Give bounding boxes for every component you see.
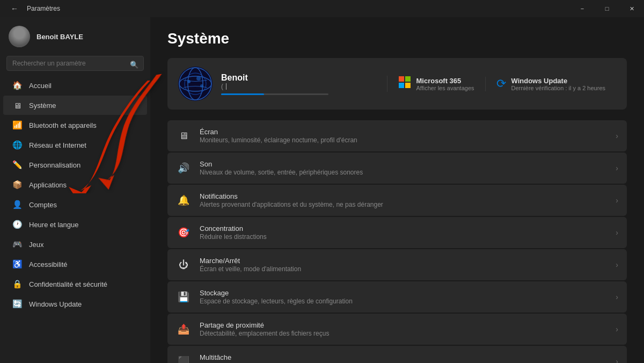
svg-rect-8 [399,76,404,82]
marche_arret-desc: Écran et veille, mode d'alimentation [200,265,607,273]
multitache-chevron: › [616,357,618,363]
settings-item-ecran[interactable]: 🖥 Écran Moniteurs, luminosité, éclairage… [167,120,627,151]
stockage-icon: 💾 [176,289,191,304]
titlebar: ← Paramètres − □ ✕ [0,0,644,17]
user-avatar [178,67,213,101]
svg-point-6 [196,76,201,81]
user-name: Benoit [221,73,378,83]
jeux-icon: 🎮 [12,239,23,250]
notifications-title: Notifications [200,192,607,200]
comptes-icon: 👤 [12,199,23,210]
profile-name: Benoit BAYLE [36,33,83,41]
back-icon[interactable]: ← [6,2,23,15]
sidebar-item-bluetooth[interactable]: 📶 Bluetooth et appareils [3,115,147,135]
sidebar-item-label: Windows Update [29,300,82,308]
sidebar-item-label: Bluetooth et appareils [29,121,97,129]
sidebar-item-label: Confidentialité et sécurité [29,280,107,288]
svg-rect-11 [405,83,411,88]
svg-rect-9 [405,76,411,82]
stockage-title: Stockage [200,289,607,297]
search-icon: 🔍 [130,61,138,69]
sidebar-item-accessibilite[interactable]: ♿ Accessibilité [3,255,147,274]
sidebar-item-label: Réseau et Internet [29,141,86,149]
svg-rect-10 [399,83,404,88]
content-area: Système Benoit [150,17,644,363]
sidebar-item-applications[interactable]: 📦 Applications [3,175,147,194]
confidentialite-icon: 🔒 [12,279,23,289]
windows_update-icon: 🔄 [12,299,23,309]
concentration-title: Concentration [200,224,607,233]
sidebar-item-jeux[interactable]: 🎮 Jeux [3,235,147,254]
stockage-chevron: › [616,293,618,301]
son-title: Son [200,160,607,168]
sidebar-item-heure[interactable]: 🕐 Heure et langue [3,215,147,234]
close-button[interactable]: ✕ [619,0,644,17]
avatar [9,26,30,47]
sidebar-item-confidentialite[interactable]: 🔒 Confidentialité et sécurité [3,274,147,294]
sidebar-item-systeme[interactable]: 🖥 Système [3,96,147,115]
svg-point-5 [187,80,191,83]
marche_arret-title: Marche/Arrêt [200,257,607,265]
ecran-text: Écran Moniteurs, luminosité, éclairage n… [200,128,607,144]
ms365-subtitle: Afficher les avantages [416,85,474,91]
multitache-title: Multitâche [200,353,607,361]
progress-bar [221,93,328,95]
son-desc: Niveaux de volume, sortie, entrée, périp… [200,169,607,176]
user-subtitle: ( [221,83,378,90]
partage-desc: Détectabilité, emplacement des fichiers … [200,330,607,337]
winupdate-text: Windows Update Dernière vérification : i… [511,77,605,91]
notifications-desc: Alertes provenant d'applications et du s… [200,201,607,208]
sidebar-item-label: Accessibilité [29,260,68,268]
notifications-icon: 🔔 [176,193,191,208]
titlebar-title: Paramètres [27,5,60,12]
sidebar-item-personnalisation[interactable]: ✏️ Personnalisation [3,155,147,175]
marche_arret-icon: ⏻ [176,257,191,272]
settings-item-son[interactable]: 🔊 Son Niveaux de volume, sortie, entrée,… [167,153,627,184]
nav-list: 🏠 Accueil 🖥 Système 📶 Bluetooth et appar… [0,75,150,314]
settings-item-stockage[interactable]: 💾 Stockage Espace de stockage, lecteurs,… [167,281,627,313]
sidebar-item-comptes[interactable]: 👤 Comptes [3,195,147,214]
sidebar-item-label: Heure et langue [29,221,79,229]
stockage-text: Stockage Espace de stockage, lecteurs, r… [200,289,607,305]
app-body: Benoit BAYLE 🔍 🏠 Accueil 🖥 Système 📶 Blu… [0,17,644,363]
sidebar-item-label: Jeux [29,241,43,249]
winupdate-card[interactable]: ⟳ Windows Update Dernière vérification :… [485,77,616,91]
reseau-icon: 🌐 [12,140,23,150]
multitache-text: Multitâche Ancrer les fenêtres, bureaux,… [200,353,607,363]
titlebar-controls: − □ ✕ [570,0,644,17]
sidebar-profile: Benoit BAYLE [0,17,150,54]
sidebar-item-reseau[interactable]: 🌐 Réseau et Internet [3,135,147,155]
ecran-title: Écran [200,128,607,136]
concentration-chevron: › [616,228,618,237]
sidebar-item-accueil[interactable]: 🏠 Accueil [3,76,147,95]
sidebar-item-windows_update[interactable]: 🔄 Windows Update [3,294,147,314]
partage-chevron: › [616,325,618,333]
winupdate-title: Windows Update [511,77,605,85]
page-title: Système [167,30,627,47]
sidebar: Benoit BAYLE 🔍 🏠 Accueil 🖥 Système 📶 Blu… [0,17,150,363]
heure-icon: 🕐 [12,219,23,230]
personnalisation-icon: ✏️ [12,159,23,170]
ecran-desc: Moniteurs, luminosité, éclairage nocturn… [200,136,607,144]
settings-item-marche_arret[interactable]: ⏻ Marche/Arrêt Écran et veille, mode d'a… [167,249,627,280]
ms365-title: Microsoft 365 [416,77,474,85]
user-card: Benoit ( [167,58,627,110]
son-chevron: › [616,164,618,172]
winupdate-icon: ⟳ [496,77,506,91]
minimize-button[interactable]: − [570,0,595,17]
settings-item-notifications[interactable]: 🔔 Notifications Alertes provenant d'appl… [167,185,627,216]
ms365-card[interactable]: Microsoft 365 Afficher les avantages [387,76,485,92]
stockage-desc: Espace de stockage, lecteurs, règles de … [200,297,607,305]
settings-item-partage[interactable]: 📤 Partage de proximité Détectabilité, em… [167,314,627,345]
applications-icon: 📦 [12,179,23,190]
svg-point-0 [178,67,213,101]
ecran-chevron: › [616,132,618,140]
systeme-icon: 🖥 [12,100,23,111]
search-input[interactable] [6,56,144,71]
settings-item-multitache[interactable]: ⬛ Multitâche Ancrer les fenêtres, bureau… [167,346,627,363]
notifications-chevron: › [616,196,618,205]
concentration-desc: Réduire les distractions [200,233,607,241]
settings-item-concentration[interactable]: 🎯 Concentration Réduire les distractions… [167,217,627,248]
marche_arret-chevron: › [616,260,618,269]
maximize-button[interactable]: □ [595,0,619,17]
